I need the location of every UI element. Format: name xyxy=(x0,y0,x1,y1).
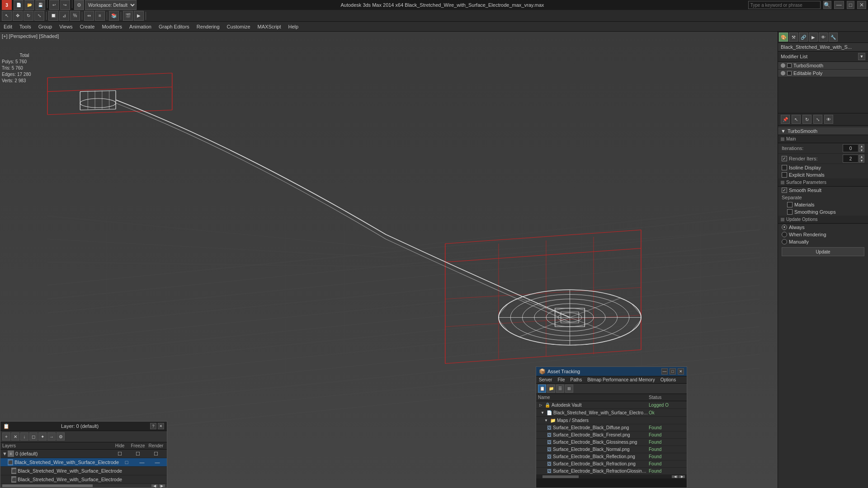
panel-icon-rotate[interactable]: ↻ xyxy=(802,115,811,124)
asset-btn-1[interactable]: 📋 xyxy=(538,385,546,393)
ts-isoline-check[interactable] xyxy=(782,165,787,170)
redo-btn[interactable]: ↪ xyxy=(60,0,70,10)
panel-icon-eye[interactable]: 👁 xyxy=(824,115,833,124)
layer-select-btn[interactable]: ◻ xyxy=(29,432,38,441)
layer-mgr-btn[interactable]: 📚 xyxy=(109,11,119,21)
new-btn[interactable]: 📄 xyxy=(14,0,24,10)
layer-render-0[interactable]: ☐ xyxy=(147,451,165,457)
layer-row-2[interactable]: ▷ ⬛ Black_Stretched_Wire_with_Surface_El… xyxy=(0,467,167,475)
ts-smoothing-groups-check[interactable] xyxy=(787,209,793,215)
menu-help[interactable]: Help xyxy=(285,22,302,32)
rotate-btn[interactable]: ↻ xyxy=(24,11,33,21)
asset-menu-options[interactable]: Options xyxy=(658,376,679,383)
asset-menu-file[interactable]: File xyxy=(555,376,567,383)
layer-props-btn[interactable]: ⚙ xyxy=(57,432,65,441)
asset-maximize-btn[interactable]: □ xyxy=(670,368,676,375)
open-btn[interactable]: 📂 xyxy=(24,0,34,10)
scale-btn[interactable]: ⤡ xyxy=(34,11,44,21)
layer-scrollbar-thumb[interactable] xyxy=(2,484,93,487)
asset-row-vault[interactable]: ▷ 🔒 Autodesk Vault Logged O xyxy=(536,401,687,409)
layer-row-3[interactable]: ▷ ⬛ Black_Stretched_Wire_with_Surface_El… xyxy=(0,475,167,484)
modifier-turbosmooth[interactable]: TurboSmooth xyxy=(778,62,868,70)
asset-scrollbar-track[interactable]: ◀ ▶ xyxy=(536,475,687,479)
menu-views[interactable]: Views xyxy=(56,22,76,32)
ts-iterations-input[interactable] xyxy=(843,144,859,152)
asset-scroll-left[interactable]: ◀ xyxy=(672,475,678,478)
layer-move-btn[interactable]: → xyxy=(47,432,56,441)
ts-iterations-up[interactable]: ▲ xyxy=(859,144,864,148)
config-btn[interactable]: ⚙ xyxy=(74,0,84,10)
ts-manually-radio[interactable] xyxy=(782,239,787,244)
layer-add-btn[interactable]: + xyxy=(2,432,10,441)
layer-hide-0[interactable]: ☐ xyxy=(111,451,129,457)
layer-scrollbar[interactable]: ◀ ▶ xyxy=(0,484,167,488)
asset-scrollbar[interactable]: ◀ ▶ xyxy=(536,475,687,479)
ts-always-radio[interactable] xyxy=(782,225,787,230)
asset-row-reflection[interactable]: 🖼 Surface_Electrode_Black_Reflection.png… xyxy=(536,453,687,460)
object-name-bar[interactable]: Black_Stretched_Wire_with_S... xyxy=(778,43,868,52)
ts-iterations-down[interactable]: ▼ xyxy=(859,148,864,152)
asset-row-refraction[interactable]: 🖼 Surface_Electrode_Black_Refraction.png… xyxy=(536,460,687,468)
menu-customize[interactable]: Customize xyxy=(223,22,254,32)
panel-icon-utility[interactable]: 🔧 xyxy=(829,33,838,42)
asset-row-refractiongloss[interactable]: 🖼 Surface_Electrode_Black_RefractionGlos… xyxy=(536,468,687,475)
panel-icon-display[interactable]: 👁 xyxy=(819,33,828,42)
modifier-list-dropdown-btn[interactable]: ▼ xyxy=(858,53,865,60)
layer-check-col-1[interactable]: □ xyxy=(119,460,134,465)
menu-graph-editors[interactable]: Graph Editors xyxy=(155,22,193,32)
layer-freeze-0[interactable]: ☐ xyxy=(129,451,147,457)
asset-menu-server[interactable]: Server xyxy=(536,376,555,383)
search-input[interactable] xyxy=(748,1,821,9)
render-setup-btn[interactable]: 🎬 xyxy=(123,11,133,21)
asset-menu-bitmap[interactable]: Bitmap Performance and Memory xyxy=(585,376,658,383)
ts-render-iters-up[interactable]: ▲ xyxy=(859,155,864,159)
menu-group[interactable]: Group xyxy=(35,22,56,32)
menu-modifiers[interactable]: Modifiers xyxy=(98,22,126,32)
select-btn[interactable]: ↖ xyxy=(2,11,12,21)
layer-highlight-btn[interactable]: ✦ xyxy=(38,432,47,441)
ts-explicit-normals-check[interactable] xyxy=(782,172,787,178)
ts-when-rendering-radio[interactable] xyxy=(782,232,787,237)
layer-close-btn[interactable]: ✕ xyxy=(158,423,164,429)
save-btn[interactable]: 💾 xyxy=(35,0,45,10)
ts-materials-check[interactable] xyxy=(787,202,793,207)
asset-row-maps[interactable]: ▼ 📁 Maps / Shaders xyxy=(536,417,687,424)
percent-snap-btn[interactable]: % xyxy=(70,11,80,21)
asset-btn-2[interactable]: 📁 xyxy=(547,385,555,393)
render-btn[interactable]: ▶ xyxy=(134,11,144,21)
asset-row-fresnel[interactable]: 🖼 Surface_Electrode_Black_Fresnel.png Fo… xyxy=(536,432,687,439)
workspace-select[interactable]: Workspace: Default xyxy=(85,0,137,10)
ts-render-iters-check[interactable] xyxy=(782,156,787,161)
asset-row-maxfile[interactable]: ▼ 📄 Black_Stretched_Wire_with_Surface_El… xyxy=(536,409,687,417)
panel-icon-pin[interactable]: 📌 xyxy=(781,115,790,124)
panel-icon-motion[interactable]: ▶ xyxy=(809,33,818,42)
asset-scroll-right[interactable]: ▶ xyxy=(679,475,685,478)
modifier-check-editablepoly[interactable] xyxy=(787,71,792,75)
maximize-btn[interactable]: □ xyxy=(847,1,854,9)
layer-help-btn[interactable]: ? xyxy=(150,423,156,429)
asset-minimize-btn[interactable]: — xyxy=(661,368,668,375)
asset-scrollbar-thumb[interactable] xyxy=(542,475,579,478)
menu-maxscript[interactable]: MAXScript xyxy=(254,22,285,32)
undo-btn[interactable]: ↩ xyxy=(49,0,59,10)
close-btn[interactable]: ✕ xyxy=(857,1,866,9)
mirror-btn[interactable]: ⇔ xyxy=(84,11,94,21)
angle-snap-btn[interactable]: ⊿ xyxy=(59,11,69,21)
layer-scrollbar-track[interactable]: ◀ ▶ xyxy=(0,484,167,488)
menu-animation[interactable]: Animation xyxy=(126,22,155,32)
ts-smooth-result-check[interactable] xyxy=(782,188,787,193)
panel-icon-hierarchy[interactable]: 🔗 xyxy=(799,33,808,42)
panel-icon-modify[interactable]: ⚒ xyxy=(789,33,798,42)
layer-row-1[interactable]: ▼ ⬛ Black_Stretched_Wire_with_Surface_El… xyxy=(0,458,167,467)
minimize-btn[interactable]: — xyxy=(834,1,844,9)
search-icon[interactable]: 🔍 xyxy=(823,1,831,9)
snap-btn[interactable]: 🔲 xyxy=(48,11,58,21)
asset-menu-paths[interactable]: Paths xyxy=(568,376,585,383)
menu-tools[interactable]: Tools xyxy=(16,22,35,32)
viewport-3d[interactable]: [+] [Perspective] [Shaded] Total Polys: … xyxy=(0,32,778,488)
layer-row-0[interactable]: ▼ ≡ 0 (default) ☐ ☐ ☐ xyxy=(0,450,167,458)
layer-object-add-btn[interactable]: ↓ xyxy=(20,432,28,441)
asset-row-diffuse[interactable]: 🖼 Surface_Electrode_Black_Diffuse.png Fo… xyxy=(536,424,687,432)
layer-delete-btn[interactable]: ✕ xyxy=(11,432,19,441)
asset-btn-4[interactable]: ⊞ xyxy=(565,385,573,393)
